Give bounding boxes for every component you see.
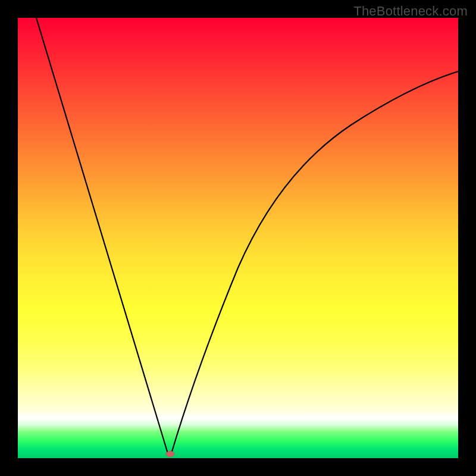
curve-right-branch xyxy=(171,71,458,453)
curve-layer xyxy=(18,18,458,458)
minimum-marker xyxy=(166,451,174,457)
curve-left-branch xyxy=(36,18,168,453)
plot-area xyxy=(18,18,458,458)
chart-frame: TheBottleneck.com xyxy=(0,0,476,476)
watermark-text: TheBottleneck.com xyxy=(353,4,468,19)
